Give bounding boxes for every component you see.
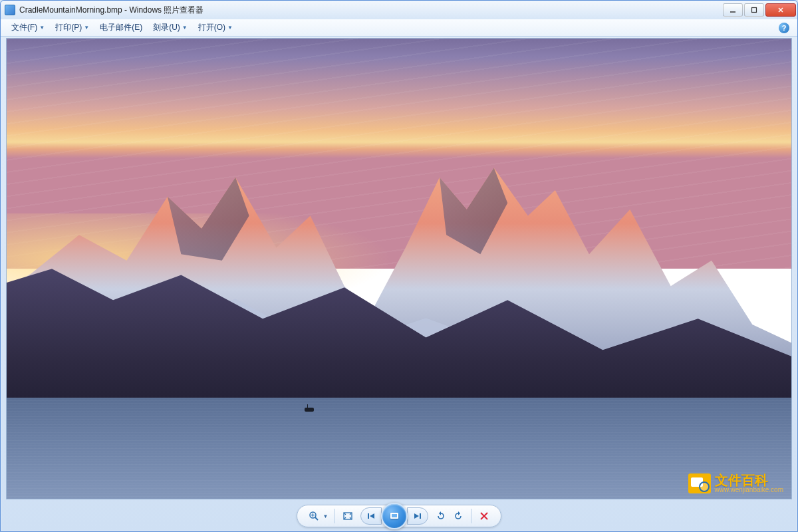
separator [334,509,335,523]
app-window: CradleMountainMorning.bmp - Windows 照片查看… [0,0,798,532]
displayed-image [7,39,791,499]
help-icon: ? [782,24,787,32]
chevron-down-icon[interactable]: ▼ [323,513,329,519]
rotate-cw-icon [453,511,464,521]
rotate-ccw-button[interactable] [432,507,450,525]
window-title: CradleMountainMorning.bmp - Windows 照片查看… [19,5,722,16]
menu-open-label: 打开(O) [198,22,225,33]
menu-email[interactable]: 电子邮件(E) [94,20,148,35]
menu-file[interactable]: 文件(F)▼ [6,20,50,35]
previous-button[interactable] [360,507,382,525]
app-icon [5,5,15,15]
svg-rect-1 [752,8,757,13]
image-viewport[interactable]: 文件百科 www.wenjianbaike.com [6,38,792,499]
chevron-down-icon: ▼ [84,25,89,31]
menu-file-label: 文件(F) [11,22,37,33]
chevron-down-icon: ▼ [227,25,233,31]
nav-cluster [360,503,428,529]
minimize-button[interactable] [723,3,743,17]
help-button[interactable]: ? [779,23,789,33]
watermark: 文件百科 www.wenjianbaike.com [688,473,783,493]
window-controls [722,3,796,17]
chevron-down-icon: ▼ [182,25,188,31]
svg-marker-13 [414,513,419,519]
rotate-ccw-icon [436,511,446,521]
watermark-logo-icon [688,473,711,493]
menu-print[interactable]: 打印(P)▼ [50,20,94,35]
maximize-button[interactable] [744,3,764,17]
titlebar[interactable]: CradleMountainMorning.bmp - Windows 照片查看… [1,1,797,19]
skip-prev-icon [366,511,376,521]
title-filename: CradleMountainMorning.bmp [19,5,122,15]
watermark-url: www.wenjianbaike.com [715,487,783,493]
slideshow-button[interactable] [381,503,408,529]
menu-burn-label: 刻录(U) [153,22,180,33]
bottom-toolbar: ▼ [1,501,797,531]
delete-button[interactable] [475,507,493,525]
fit-icon [342,511,353,521]
menu-burn[interactable]: 刻录(U)▼ [148,20,193,35]
title-appname: Windows 照片查看器 [129,5,203,15]
delete-x-icon [479,511,489,521]
svg-rect-12 [392,514,397,517]
watermark-title: 文件百科 [715,473,783,487]
fit-to-window-button[interactable] [339,507,356,525]
close-button[interactable] [765,3,796,17]
next-button[interactable] [407,507,428,525]
separator [471,509,471,523]
svg-marker-10 [370,513,374,519]
svg-marker-15 [439,511,441,515]
zoom-button[interactable] [305,507,323,525]
svg-line-5 [315,517,318,520]
menu-open[interactable]: 打开(O)▼ [193,20,238,35]
rotate-cw-button[interactable] [450,507,467,525]
toolbar-pill: ▼ [297,505,502,527]
chevron-down-icon: ▼ [39,25,45,31]
slideshow-icon [388,510,400,522]
svg-rect-14 [420,513,421,519]
svg-marker-16 [458,511,460,515]
menu-email-label: 电子邮件(E) [100,22,142,33]
title-sep: - [122,5,130,15]
menubar: 文件(F)▼ 打印(P)▼ 电子邮件(E) 刻录(U)▼ 打开(O)▼ ? [1,19,797,37]
menu-print-label: 打印(P) [55,22,82,33]
svg-rect-9 [368,513,369,519]
magnifier-plus-icon [309,511,319,521]
skip-next-icon [413,511,422,521]
